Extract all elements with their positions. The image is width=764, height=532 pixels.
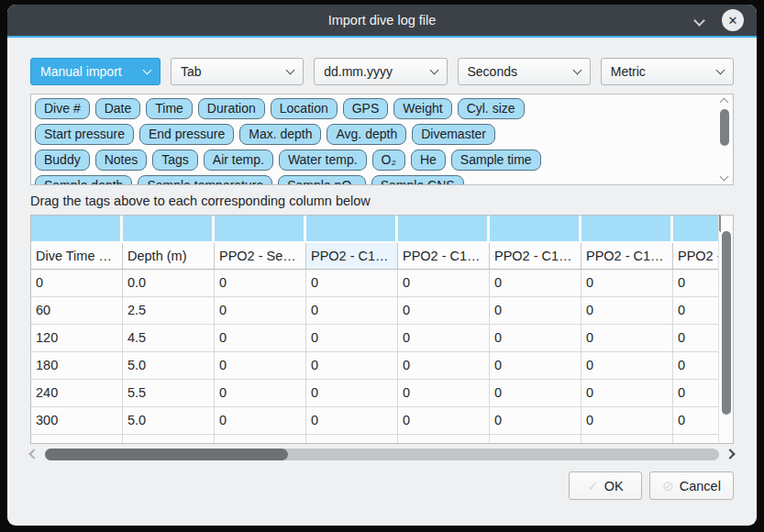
tag[interactable]: Sample pO₂	[278, 175, 365, 185]
ok-label: OK	[604, 479, 624, 493]
tag[interactable]: Sample depth	[35, 175, 132, 185]
table-row: 602.5000000	[31, 297, 718, 325]
table-cell: 120	[31, 325, 123, 352]
tag[interactable]: He	[411, 150, 446, 171]
table-cell: 0	[215, 270, 306, 297]
ok-button[interactable]: ✓ OK	[569, 471, 642, 500]
field-separator-select[interactable]: Tab	[171, 58, 304, 85]
tag[interactable]: O₂	[372, 150, 405, 171]
column-header[interactable]: PPO2 - C1…	[306, 243, 398, 270]
close-button[interactable]: ✕	[722, 9, 744, 31]
table-cell: 0	[581, 325, 673, 352]
tag[interactable]: Air temp.	[204, 150, 273, 171]
table-cell: 0	[490, 407, 581, 435]
tag[interactable]: Sample time	[451, 150, 541, 171]
column-header[interactable]: PPO2 - Se…	[215, 243, 306, 270]
tag-list-scrollbar[interactable]	[718, 96, 731, 183]
tag[interactable]: Cyl. size	[458, 98, 525, 119]
date-format-select[interactable]: dd.mm.yyyy	[314, 58, 447, 85]
scroll-down-icon[interactable]	[720, 172, 729, 182]
table-row: 1805.0000000	[31, 352, 718, 380]
column-drop-zone[interactable]	[215, 216, 306, 243]
table-cell: 0.0	[123, 270, 215, 297]
table-cell: 0	[398, 270, 490, 297]
column-header[interactable]: PPO2 - C1…	[581, 243, 673, 270]
scrollbar-track[interactable]	[45, 449, 719, 460]
table-cell	[31, 435, 123, 443]
tag[interactable]: Divemaster	[412, 124, 495, 145]
tag[interactable]: Location	[271, 98, 338, 119]
table-row: 3005.0000000	[31, 407, 718, 435]
table-grid: Dive Time …Depth (m)PPO2 - Se…PPO2 - C1……	[31, 216, 718, 443]
scroll-left-icon[interactable]	[28, 449, 39, 459]
table-cell: 0	[215, 352, 306, 380]
table-vertical-scrollbar[interactable]	[718, 216, 733, 443]
cancel-button[interactable]: ⊘ Cancel	[649, 471, 734, 500]
table-cell: 0	[306, 270, 398, 297]
tag[interactable]: Duration	[198, 98, 265, 119]
tag[interactable]: Tags	[152, 150, 198, 171]
scrollbar-thumb[interactable]	[722, 231, 731, 415]
import-preview-table: Dive Time …Depth (m)PPO2 - Se…PPO2 - C1……	[30, 215, 734, 444]
table-cell: 0	[673, 325, 718, 352]
table-cell: 5.0	[123, 407, 215, 435]
column-header[interactable]: Dive Time …	[31, 243, 123, 270]
table-horizontal-scrollbar[interactable]	[30, 448, 734, 460]
tag[interactable]: Water temp.	[279, 150, 367, 171]
scroll-up-icon[interactable]	[720, 98, 729, 107]
table-cell: 0	[215, 407, 306, 435]
scrollbar-thumb[interactable]	[45, 449, 288, 460]
column-drop-zone[interactable]	[398, 216, 490, 243]
column-drop-zone[interactable]	[673, 216, 718, 243]
table-cell	[398, 435, 490, 443]
table-cell: 0	[581, 270, 673, 297]
scroll-right-icon[interactable]	[725, 449, 735, 459]
duration-format-select[interactable]: Seconds	[458, 58, 591, 85]
tag[interactable]: End pressure	[139, 124, 234, 145]
table-cell: 0	[398, 325, 490, 352]
units-select[interactable]: Metric	[601, 58, 734, 85]
table-cell	[673, 435, 718, 443]
tag[interactable]: Notes	[95, 150, 148, 171]
import-mode-select[interactable]: Manual import	[30, 58, 161, 85]
chevron-down-icon	[429, 65, 438, 74]
column-header[interactable]: PPO2 - C1…	[490, 243, 581, 270]
column-drop-zone[interactable]	[581, 216, 673, 243]
table-cell: 0	[215, 297, 306, 325]
tag[interactable]: Dive #	[35, 98, 90, 119]
table-cell: 0	[398, 380, 490, 407]
scrollbar-thumb[interactable]	[720, 109, 729, 146]
tag[interactable]: Start pressure	[35, 124, 134, 145]
tag[interactable]: Sample CNS	[371, 175, 464, 185]
column-header[interactable]: PPO2 - C1…	[673, 243, 718, 270]
import-options-row: Manual import Tab dd.mm.yyyy Seconds Met…	[30, 58, 734, 85]
column-header[interactable]: Depth (m)	[123, 243, 215, 270]
tag[interactable]: Weight	[393, 98, 451, 119]
table-row: 00.0000000	[31, 270, 718, 297]
table-cell: 0	[581, 352, 673, 380]
tag[interactable]: Date	[95, 98, 141, 119]
tag[interactable]: GPS	[343, 98, 389, 119]
date-format-value: dd.mm.yyyy	[324, 64, 393, 79]
scroll-down-icon[interactable]	[720, 216, 721, 232]
tag[interactable]: Avg. depth	[327, 124, 406, 145]
tag-rows: Dive #DateTimeDurationLocationGPSWeightC…	[35, 98, 713, 185]
window-menu-chevron-down-icon[interactable]	[693, 15, 705, 27]
table-cell: 0	[581, 297, 673, 325]
table-cell: 0	[581, 407, 673, 435]
table-row: 1204.5000000	[31, 325, 718, 352]
tag[interactable]: Max. depth	[239, 124, 321, 145]
column-drop-zone[interactable]	[306, 216, 398, 243]
table-cell	[123, 435, 215, 443]
table-cell	[306, 435, 398, 443]
column-header[interactable]: PPO2 - C1…	[398, 243, 490, 270]
column-drop-zone[interactable]	[31, 216, 123, 243]
tag[interactable]: Buddy	[35, 150, 90, 171]
column-drop-zone[interactable]	[490, 216, 581, 243]
table-cell: 0	[306, 325, 398, 352]
tag[interactable]: Time	[146, 98, 193, 119]
table-cell: 0	[398, 297, 490, 325]
drag-hint-text: Drag the tags above to each correspondin…	[30, 194, 734, 208]
column-drop-zone[interactable]	[123, 216, 215, 243]
tag[interactable]: Sample temperature	[138, 175, 272, 185]
